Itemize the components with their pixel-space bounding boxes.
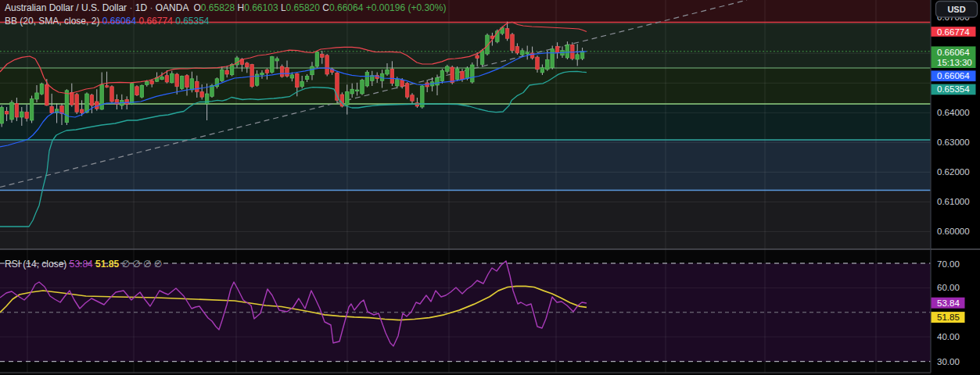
svg-text:0.63000: 0.63000 xyxy=(937,138,970,147)
svg-text:0.61000: 0.61000 xyxy=(937,197,970,206)
svg-text:Australian Dollar / U.S. Dolla: Australian Dollar / U.S. Dollar · 1D · O… xyxy=(5,2,446,13)
svg-text:0.62000: 0.62000 xyxy=(937,167,970,177)
svg-text:0.66064: 0.66064 xyxy=(937,48,970,57)
svg-text:RSI (14, close) 53.84 51.85 ∅: RSI (14, close) 53.84 51.85 ∅ ∅ ∅ ∅ xyxy=(5,259,162,270)
svg-text:70.00: 70.00 xyxy=(937,259,960,269)
svg-text:0.64000: 0.64000 xyxy=(937,108,970,117)
svg-text:60.00: 60.00 xyxy=(937,283,960,292)
svg-text:USD: USD xyxy=(947,5,965,14)
svg-text:0.66064: 0.66064 xyxy=(937,71,970,80)
svg-text:BB (20, SMA, close, 2) 0.66064: BB (20, SMA, close, 2) 0.66064 0.66774 0… xyxy=(5,16,210,27)
svg-text:0.60000: 0.60000 xyxy=(937,227,970,236)
svg-text:0.65354: 0.65354 xyxy=(937,84,970,94)
svg-text:30.00: 30.00 xyxy=(937,357,960,366)
svg-text:0.66774: 0.66774 xyxy=(937,27,970,37)
svg-text:40.00: 40.00 xyxy=(937,332,960,341)
svg-text:53.84: 53.84 xyxy=(937,298,960,308)
svg-text:51.85: 51.85 xyxy=(937,312,960,322)
svg-text:15:13:30: 15:13:30 xyxy=(937,58,972,67)
